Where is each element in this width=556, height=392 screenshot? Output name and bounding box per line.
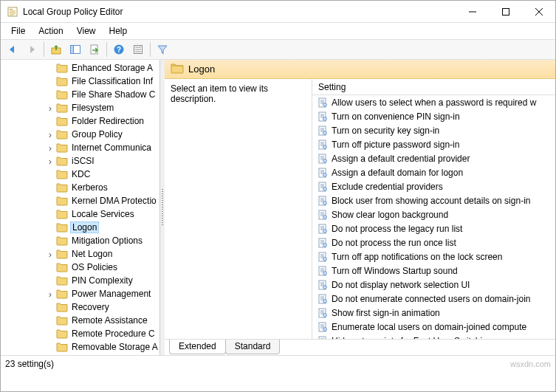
window-title: Local Group Policy Editor <box>23 7 456 17</box>
show-hide-tree-button[interactable] <box>66 41 84 58</box>
svg-point-74 <box>323 243 327 247</box>
tree-node[interactable]: File Classification Inf <box>1 75 160 88</box>
setting-row[interactable]: Turn off Windows Startup sound <box>312 264 555 278</box>
policy-icon <box>317 321 329 333</box>
tree-node[interactable]: File Share Shadow C <box>1 88 160 101</box>
expand-icon[interactable]: › <box>45 289 55 299</box>
tree-node[interactable]: KDC <box>1 168 160 181</box>
setting-label: Assign a default domain for logon <box>332 168 463 178</box>
expand-icon[interactable]: › <box>45 143 55 153</box>
column-header-setting[interactable]: Setting <box>312 79 555 95</box>
folder-icon <box>56 116 68 126</box>
tab-standard[interactable]: Standard <box>225 340 281 354</box>
svg-point-89 <box>323 285 327 289</box>
tree-node[interactable]: Remote Procedure C <box>1 327 160 340</box>
tree-pane[interactable]: Enhanced Storage AFile Classification In… <box>1 60 160 355</box>
tree-node[interactable]: OS Policies <box>1 261 160 274</box>
tree-node[interactable]: Logon <box>1 221 160 234</box>
tree-node[interactable]: Remote Assistance <box>1 314 160 327</box>
menu-help[interactable]: Help <box>103 24 134 38</box>
setting-row[interactable]: Turn off picture password sign-in <box>312 137 555 151</box>
svg-point-34 <box>323 131 327 134</box>
close-button[interactable] <box>522 1 555 23</box>
menu-view[interactable]: View <box>71 24 102 38</box>
folder-icon <box>56 76 68 86</box>
folder-icon <box>56 129 68 140</box>
folder-icon <box>56 182 68 193</box>
folder-icon <box>56 63 68 73</box>
tree-node[interactable]: Removable Storage A <box>1 340 160 354</box>
setting-row[interactable]: Turn on convenience PIN sign-in <box>312 109 555 123</box>
setting-row[interactable]: Enumerate local users on domain-joined c… <box>312 320 555 334</box>
tree-node-label: Logon <box>70 221 99 233</box>
settings-list[interactable]: Allow users to select when a password is… <box>312 95 555 339</box>
tree-node[interactable]: ›Group Policy <box>1 128 160 141</box>
expand-icon[interactable]: › <box>45 250 55 259</box>
setting-row[interactable]: Hide entry points for Fast User Switchin… <box>312 334 555 339</box>
setting-row[interactable]: Turn on security key sign-in <box>312 123 555 137</box>
back-button[interactable] <box>4 41 21 58</box>
tree-node[interactable]: ›Internet Communica <box>1 141 160 154</box>
tab-extended[interactable]: Extended <box>169 340 226 354</box>
tree-node[interactable]: Enhanced Storage A <box>1 61 160 75</box>
properties-button[interactable] <box>129 41 147 58</box>
setting-label: Allow users to select when a password is… <box>332 97 536 108</box>
setting-label: Do not display network selection UI <box>332 280 470 290</box>
help-button[interactable]: ? <box>110 41 128 58</box>
tree-node-label: File Classification Inf <box>70 76 154 86</box>
setting-row[interactable]: Do not display network selection UI <box>312 278 555 292</box>
tree-node[interactable]: Kernel DMA Protectio <box>1 194 160 207</box>
menu-file[interactable]: File <box>5 24 31 38</box>
tree-node[interactable]: ›Power Management <box>1 287 160 300</box>
setting-row[interactable]: Assign a default credential provider <box>312 151 555 165</box>
tree-node-label: Recovery <box>70 302 111 312</box>
export-list-button[interactable] <box>86 41 103 58</box>
description-text: Select an item to view its description. <box>171 83 268 104</box>
setting-row[interactable]: Do not process the run once list <box>312 235 555 250</box>
tree-node[interactable]: ›Filesystem <box>1 101 160 114</box>
svg-point-104 <box>323 327 327 331</box>
tree-node-label: KDC <box>70 169 92 179</box>
folder-icon <box>56 342 68 352</box>
toolbar-separator <box>150 42 151 57</box>
tree-node[interactable]: Folder Redirection <box>1 114 160 128</box>
tree-node[interactable]: PIN Complexity <box>1 274 160 287</box>
toolbar-separator <box>44 42 44 57</box>
setting-row[interactable]: Allow users to select when a password is… <box>312 95 555 109</box>
expand-icon[interactable]: › <box>45 157 55 166</box>
tree-node[interactable]: ›iSCSI <box>1 154 160 168</box>
setting-row[interactable]: Block user from showing account details … <box>312 193 555 207</box>
filter-button[interactable] <box>154 41 171 58</box>
tree-node[interactable]: Kerberos <box>1 181 160 194</box>
up-button[interactable] <box>47 41 65 58</box>
setting-row[interactable]: Do not process the legacy run list <box>312 221 555 235</box>
setting-row[interactable]: Exclude credential providers <box>312 179 555 193</box>
tree-node[interactable]: ›Net Logon <box>1 247 160 261</box>
svg-point-69 <box>323 229 327 233</box>
folder-icon <box>56 209 68 219</box>
expand-icon[interactable]: › <box>45 130 55 140</box>
setting-label: Turn off picture password sign-in <box>332 140 459 150</box>
minimize-button[interactable] <box>456 1 489 23</box>
setting-row[interactable]: Show clear logon background <box>312 207 555 221</box>
tree-node[interactable]: Locale Services <box>1 207 160 221</box>
tree-node[interactable]: Mitigation Options <box>1 234 160 247</box>
setting-label: Show first sign-in animation <box>332 308 440 318</box>
menu-action[interactable]: Action <box>32 24 69 38</box>
watermark: wsxdn.com <box>510 360 551 368</box>
folder-icon <box>56 89 68 100</box>
setting-row[interactable]: Turn off app notifications on the lock s… <box>312 250 555 264</box>
setting-row[interactable]: Assign a default domain for logon <box>312 165 555 179</box>
status-text: 23 setting(s) <box>5 359 54 369</box>
folder-icon <box>56 196 68 206</box>
folder-icon <box>56 235 68 246</box>
folder-icon <box>56 329 68 339</box>
forward-button[interactable] <box>23 41 41 58</box>
expand-icon[interactable]: › <box>45 103 55 113</box>
tree-node[interactable]: Recovery <box>1 300 160 314</box>
maximize-button[interactable] <box>489 1 522 23</box>
policy-icon <box>317 209 329 221</box>
setting-row[interactable]: Do not enumerate connected users on doma… <box>312 292 555 306</box>
toolbar-separator <box>106 42 107 57</box>
setting-row[interactable]: Show first sign-in animation <box>312 306 555 320</box>
